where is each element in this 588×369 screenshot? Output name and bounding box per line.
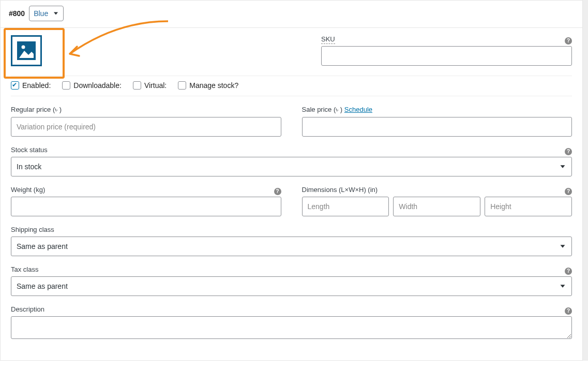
height-input[interactable] xyxy=(485,197,572,216)
regular-price-label: Regular price (৳ ) xyxy=(11,106,281,114)
svg-point-1 xyxy=(22,46,25,49)
image-placeholder-icon xyxy=(15,39,38,62)
shipping-class-label: Shipping class xyxy=(11,226,572,233)
manage-stock-checkbox[interactable] xyxy=(178,81,186,90)
stock-status-select[interactable]: In stock xyxy=(11,157,572,176)
enabled-checkbox[interactable] xyxy=(11,81,19,90)
variation-header: #800 Blue xyxy=(1,1,582,28)
manage-stock-label: Manage stock? xyxy=(189,81,238,90)
sale-price-input[interactable] xyxy=(302,117,572,137)
help-icon[interactable] xyxy=(565,188,572,195)
downloadable-checkbox[interactable] xyxy=(62,81,70,90)
schedule-link[interactable]: Schedule xyxy=(344,106,372,113)
vertical-scrollbar[interactable] xyxy=(583,0,588,361)
weight-label: Weight (kg) xyxy=(11,186,45,194)
downloadable-label: Downloadable: xyxy=(73,81,122,90)
width-input[interactable] xyxy=(393,197,480,216)
variation-id: #800 xyxy=(9,9,25,18)
tax-class-select[interactable]: Same as parent xyxy=(11,276,572,296)
dimensions-label: Dimensions (L×W×H) (in) xyxy=(302,186,378,194)
enabled-label: Enabled: xyxy=(22,81,51,90)
tax-class-label: Tax class xyxy=(11,265,38,273)
virtual-checkbox[interactable] xyxy=(133,81,141,90)
stock-status-label: Stock status xyxy=(11,146,48,154)
help-icon[interactable] xyxy=(565,148,572,155)
variation-image-upload[interactable] xyxy=(11,35,42,66)
shipping-class-select[interactable]: Same as parent xyxy=(11,237,572,256)
help-icon[interactable] xyxy=(565,37,572,45)
help-icon[interactable] xyxy=(565,268,572,275)
help-icon[interactable] xyxy=(274,188,281,195)
sku-input[interactable] xyxy=(321,46,572,66)
length-input[interactable] xyxy=(302,197,389,216)
regular-price-input[interactable] xyxy=(11,117,281,137)
description-label: Description xyxy=(11,305,44,313)
attribute-select[interactable]: Blue xyxy=(29,6,64,21)
sku-label: SKU xyxy=(321,35,335,43)
virtual-label: Virtual: xyxy=(144,81,167,90)
sale-price-label: Sale price (৳ ) Schedule xyxy=(302,106,572,114)
weight-input[interactable] xyxy=(11,197,281,216)
help-icon[interactable] xyxy=(565,307,572,315)
description-textarea[interactable] xyxy=(11,316,572,339)
variation-options-row: Enabled: Downloadable: Virtual: Manage s… xyxy=(11,76,572,96)
